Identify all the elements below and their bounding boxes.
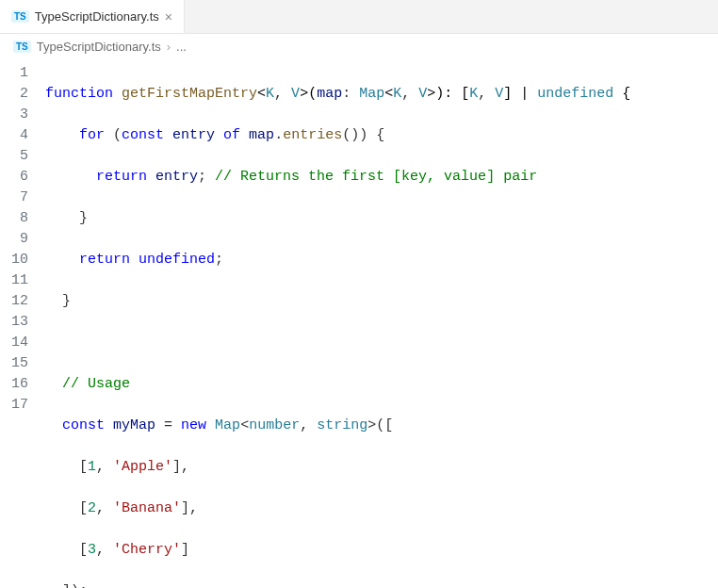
breadcrumb[interactable]: TS TypeScriptDictionary.ts › ... <box>0 34 718 59</box>
code-editor[interactable]: 1234567891011121314151617 function getFi… <box>0 59 718 588</box>
ts-icon: TS <box>11 10 29 23</box>
breadcrumb-more: ... <box>176 40 187 54</box>
tab-bar: TS TypeScriptDictionary.ts × <box>0 0 718 34</box>
tab-filename: TypeScriptDictionary.ts <box>35 9 159 24</box>
code-content[interactable]: function getFirstMapEntry<K, V>(map: Map… <box>45 59 630 588</box>
breadcrumb-file: TypeScriptDictionary.ts <box>37 40 161 54</box>
breadcrumb-sep: › <box>167 40 171 54</box>
line-gutter: 1234567891011121314151617 <box>0 59 45 588</box>
ts-icon: TS <box>13 41 31 53</box>
close-icon[interactable]: × <box>165 9 172 24</box>
tab-active[interactable]: TS TypeScriptDictionary.ts × <box>0 0 185 33</box>
